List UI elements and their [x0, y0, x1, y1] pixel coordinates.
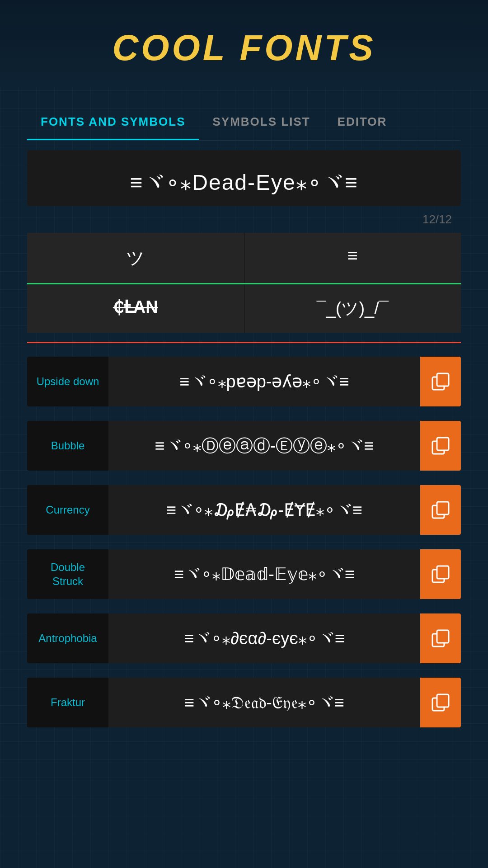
font-preview-bubble: ≡ヾ∘⁎Ⓓⓔⓐⓓ-Ⓔⓨⓔ⁎∘ヾ≡ — [108, 421, 420, 471]
copy-icon — [431, 436, 450, 456]
row-separator — [27, 540, 461, 544]
copy-button-currency[interactable] — [420, 485, 461, 535]
font-row-antrophobia: Antrophobia ≡ヾ∘⁎∂єα∂-єує⁎∘ヾ≡ — [27, 613, 461, 663]
svg-rect-7 — [437, 566, 449, 579]
style-button-clan[interactable]: ₵ⱠAN — [27, 284, 244, 333]
svg-rect-1 — [437, 373, 449, 386]
svg-rect-3 — [437, 438, 449, 450]
symbol-button-triple[interactable]: ≡ — [244, 233, 461, 283]
font-row-double-struck: Double Struck ≡ヾ∘⁎𝔻𝕖𝕒𝕕-𝔼𝕪𝕖⁎∘ヾ≡ — [27, 549, 461, 599]
copy-button-upside-down[interactable] — [420, 357, 461, 406]
copy-button-fraktur[interactable] — [420, 678, 461, 727]
style-button-shrug[interactable]: ¯_(ツ)_/¯ — [244, 284, 461, 333]
copy-icon — [431, 693, 450, 712]
red-divider — [27, 342, 461, 343]
symbol-button-tsu[interactable]: ツ — [27, 233, 244, 283]
font-label-antrophobia: Antrophobia — [27, 622, 108, 654]
font-label-double-struck: Double Struck — [27, 551, 108, 597]
font-preview-antrophobia: ≡ヾ∘⁎∂єα∂-єує⁎∘ヾ≡ — [108, 613, 420, 663]
font-preview-currency: ≡ヾ∘⁎₯Ɇ₳₯-ɆɎɆ⁎∘ヾ≡ — [108, 485, 420, 535]
copy-icon — [431, 564, 450, 584]
row-separator — [27, 412, 461, 415]
font-row-currency: Currency ≡ヾ∘⁎₯Ɇ₳₯-ɆɎɆ⁎∘ヾ≡ — [27, 485, 461, 535]
copy-icon — [431, 628, 450, 648]
copy-button-antrophobia[interactable] — [420, 613, 461, 663]
font-row-upside-down: Upside down ≡ヾ∘⁎pɐǝp-ǝʎǝ⁎∘ヾ≡ — [27, 357, 461, 406]
preview-text: ≡ヾ∘⁎Dead-Eye⁎∘ヾ≡ — [41, 168, 447, 197]
tab-bar: FONTS AND SYMBOLS SYMBOLS LIST EDITOR — [27, 105, 461, 140]
svg-rect-11 — [437, 694, 449, 707]
font-label-upside-down: Upside down — [27, 365, 108, 397]
svg-rect-9 — [437, 630, 449, 643]
tab-editor[interactable]: EDITOR — [324, 105, 401, 140]
copy-icon — [431, 500, 450, 520]
row-separator — [27, 669, 461, 672]
font-row-fraktur: Fraktur ≡ヾ∘⁎𝔇𝔢𝔞𝔡-𝔈𝔶𝔢⁎∘ヾ≡ — [27, 678, 461, 727]
font-list: Upside down ≡ヾ∘⁎pɐǝp-ǝʎǝ⁎∘ヾ≡ Bubble ≡ヾ∘⁎… — [27, 357, 461, 736]
font-preview-fraktur: ≡ヾ∘⁎𝔇𝔢𝔞𝔡-𝔈𝔶𝔢⁎∘ヾ≡ — [108, 678, 420, 727]
app-header: COOL FONTS — [0, 0, 488, 87]
row-separator — [27, 733, 461, 736]
preview-box: ≡ヾ∘⁎Dead-Eye⁎∘ヾ≡ — [27, 150, 461, 206]
symbol-buttons-row: ツ ≡ — [27, 233, 461, 283]
font-preview-upside-down: ≡ヾ∘⁎pɐǝp-ǝʎǝ⁎∘ヾ≡ — [108, 357, 420, 406]
font-preview-double-struck: ≡ヾ∘⁎𝔻𝕖𝕒𝕕-𝔼𝕪𝕖⁎∘ヾ≡ — [108, 549, 420, 599]
row-separator — [27, 604, 461, 608]
font-label-fraktur: Fraktur — [27, 686, 108, 718]
row-separator — [27, 476, 461, 480]
style-buttons-row: ₵ⱠAN ¯_(ツ)_/¯ — [27, 284, 461, 333]
tab-symbols-list[interactable]: SYMBOLS LIST — [199, 105, 324, 140]
copy-icon — [431, 372, 450, 392]
copy-button-double-struck[interactable] — [420, 549, 461, 599]
font-label-bubble: Bubble — [27, 429, 108, 462]
font-row-bubble: Bubble ≡ヾ∘⁎Ⓓⓔⓐⓓ-Ⓔⓨⓔ⁎∘ヾ≡ — [27, 421, 461, 471]
svg-rect-5 — [437, 502, 449, 514]
font-label-currency: Currency — [27, 494, 108, 526]
app-title: COOL FONTS — [0, 27, 488, 69]
tab-fonts-and-symbols[interactable]: FONTS AND SYMBOLS — [27, 105, 199, 140]
tab-divider — [27, 140, 461, 141]
preview-counter: 12/12 — [27, 206, 461, 233]
main-container: FONTS AND SYMBOLS SYMBOLS LIST EDITOR ≡ヾ… — [27, 105, 461, 736]
copy-button-bubble[interactable] — [420, 421, 461, 471]
